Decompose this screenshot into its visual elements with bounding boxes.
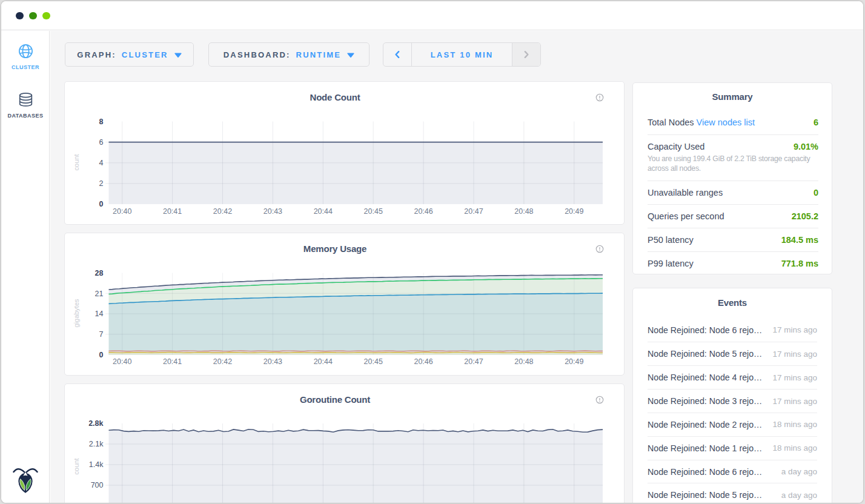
svg-text:2.8k: 2.8k bbox=[88, 419, 103, 428]
svg-text:28: 28 bbox=[95, 269, 104, 277]
svg-text:20:41: 20:41 bbox=[163, 357, 182, 366]
svg-text:7: 7 bbox=[99, 330, 104, 339]
svg-text:20:48: 20:48 bbox=[514, 207, 533, 216]
svg-text:20:47: 20:47 bbox=[464, 357, 483, 366]
svg-text:8: 8 bbox=[99, 118, 104, 126]
svg-text:20:47: 20:47 bbox=[464, 207, 483, 216]
svg-text:0: 0 bbox=[99, 351, 104, 359]
svg-text:count: count bbox=[73, 154, 80, 171]
svg-text:20:42: 20:42 bbox=[213, 357, 232, 366]
svg-text:20:40: 20:40 bbox=[113, 357, 131, 366]
svg-text:gigabytes: gigabytes bbox=[73, 299, 80, 328]
svg-text:21: 21 bbox=[95, 290, 104, 298]
svg-text:20:40: 20:40 bbox=[113, 207, 131, 216]
svg-text:count: count bbox=[73, 459, 80, 475]
svg-text:20:49: 20:49 bbox=[565, 357, 583, 366]
svg-text:20:48: 20:48 bbox=[514, 357, 533, 366]
svg-text:14: 14 bbox=[95, 310, 104, 318]
svg-text:20:46: 20:46 bbox=[414, 207, 432, 216]
svg-text:6: 6 bbox=[99, 138, 104, 147]
svg-text:4: 4 bbox=[99, 159, 104, 167]
svg-text:20:44: 20:44 bbox=[314, 357, 333, 366]
svg-text:20:41: 20:41 bbox=[163, 207, 182, 216]
svg-text:20:44: 20:44 bbox=[314, 207, 333, 216]
svg-text:20:43: 20:43 bbox=[263, 207, 282, 216]
svg-text:2: 2 bbox=[99, 179, 104, 188]
svg-text:2.1k: 2.1k bbox=[89, 440, 104, 448]
svg-text:20:45: 20:45 bbox=[364, 357, 383, 366]
svg-text:20:43: 20:43 bbox=[263, 357, 282, 366]
svg-text:0: 0 bbox=[99, 200, 104, 208]
svg-text:700: 700 bbox=[91, 481, 104, 489]
svg-text:20:45: 20:45 bbox=[364, 207, 383, 216]
svg-text:20:42: 20:42 bbox=[213, 207, 232, 216]
svg-text:1.4k: 1.4k bbox=[89, 460, 104, 469]
svg-text:20:46: 20:46 bbox=[414, 357, 432, 366]
svg-text:20:49: 20:49 bbox=[565, 207, 583, 216]
